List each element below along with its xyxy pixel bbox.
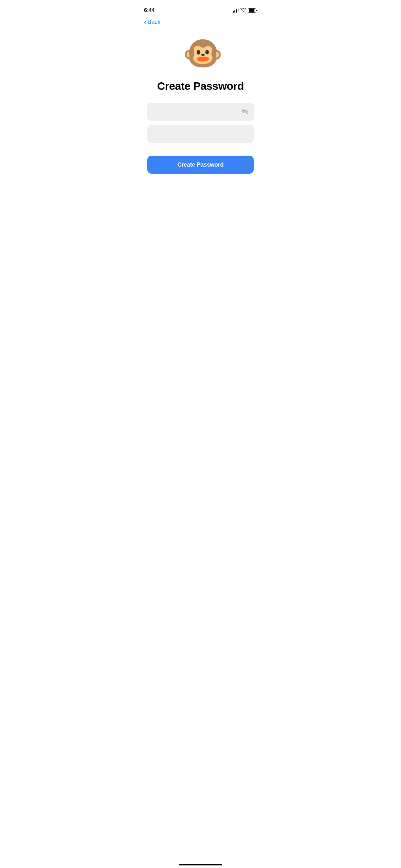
password-input-container (147, 103, 254, 121)
status-time: 6:44 (144, 7, 155, 13)
signal-icon (233, 8, 239, 12)
back-button[interactable]: ‹ Back (144, 19, 160, 26)
signal-bar-2 (235, 10, 235, 12)
confirm-password-input[interactable] (147, 125, 254, 143)
battery-icon (248, 8, 257, 12)
status-bar: 6:44 (137, 0, 264, 16)
page-title: Create Password (157, 80, 244, 92)
eye-slash-icon[interactable] (242, 108, 249, 115)
status-icons (233, 8, 257, 13)
signal-bar-1 (233, 11, 234, 12)
create-password-button[interactable]: Create Password (147, 156, 254, 174)
back-chevron-icon: ‹ (144, 19, 146, 25)
app-icon: 🐵 (183, 35, 218, 71)
form-section (147, 103, 254, 143)
signal-bar-4 (238, 8, 239, 12)
wifi-icon (241, 8, 246, 13)
confirm-password-input-container (147, 125, 254, 143)
main-content: 🐵 Create Password Create Password (137, 29, 264, 174)
signal-bar-3 (236, 9, 237, 12)
nav-bar: ‹ Back (137, 16, 264, 29)
password-input[interactable] (147, 103, 254, 121)
back-label: Back (148, 19, 160, 26)
